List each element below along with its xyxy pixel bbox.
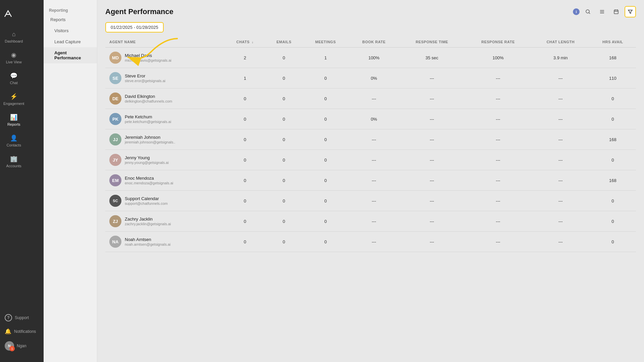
cell-book-rate: 100% [348,48,399,68]
cell-agent-name: DE David Elkington delkington@chatfunnel… [105,88,224,109]
cell-chats: 2 [224,48,265,68]
cell-response-rate: --- [465,232,531,252]
search-icon [585,9,591,14]
nav-item-dashboard[interactable]: ⌂ Dashboard [0,27,28,47]
nav-item-chat[interactable]: 💬 Chat [0,68,28,89]
top-bar-actions: i [573,6,636,17]
agent-info: Steve Eror steve.eror@getsignals.ai [125,73,165,83]
table-row: EM Enoc Mendoza enoc.mendoza@getsignals.… [105,170,636,191]
user-label: Ngan [17,344,26,348]
nav-item-engagement[interactable]: ⚡ Engagement [0,89,28,110]
calendar-button[interactable] [610,6,622,17]
agent-info: David Elkington delkington@chatfunnels.c… [125,94,172,103]
info-badge: i [573,8,580,15]
app-logo[interactable] [0,4,16,27]
table-row: JJ Jeremiah Johnson jeremiah.johnson@get… [105,129,636,150]
cell-emails: 0 [265,68,302,88]
cell-response-rate: --- [465,170,531,191]
filter-button[interactable] [625,6,636,17]
table-row: SC Support Calendar support@chatfunnels.… [105,191,636,211]
table-row: ZJ Zachry Jacklin zachry.jacklin@getsign… [105,211,636,232]
filter-bar: 01/22/2025 - 01/28/2025 [97,21,644,37]
cell-emails: 0 [265,191,302,211]
cell-response-rate: --- [465,88,531,109]
cell-book-rate: 0% [348,109,399,129]
nav-item-user[interactable]: N 1 Ngan [0,338,41,354]
agent-avatar: ZJ [109,215,121,227]
user-avatar-wrap: N 1 [5,341,14,351]
sort-icon-chats: ↓ [252,40,254,44]
cell-chat-length: --- [532,109,590,129]
search-button[interactable] [582,6,594,17]
cell-book-rate: --- [348,150,399,170]
columns-button[interactable] [596,6,608,17]
svg-rect-5 [614,10,618,14]
cell-chat-length: --- [532,170,590,191]
nav-label-live-view: Live View [6,60,22,64]
secondary-nav-item-lead-capture[interactable]: Lead Capture [44,36,97,47]
cell-response-rate: --- [465,191,531,211]
agent-performance-table: AGENT NAME CHATS ↓ EMAILS MEETINGS BOOK … [105,37,636,252]
agent-info: Noah Arntsen noah.arntsen@getsignals.ai [125,237,171,246]
nav-item-reports[interactable]: 📊 Reports [0,110,28,130]
table-body: MD Michael Davis michael.davis@getsignal… [105,48,636,252]
cell-book-rate: --- [348,191,399,211]
cell-emails: 0 [265,232,302,252]
agent-email: jenny.young@getsignals.ai [125,161,169,165]
cell-response-time: --- [399,68,465,88]
agent-name: Support Calendar [125,196,168,201]
calendar-icon [613,9,619,14]
col-agent-name: AGENT NAME [105,37,224,48]
col-chats[interactable]: CHATS ↓ [224,37,265,48]
contacts-icon: 👤 [10,134,17,142]
nav-item-support[interactable]: ? Support [0,311,41,325]
nav-label-dashboard: Dashboard [5,39,23,43]
agent-name: Michael Davis [125,53,171,58]
columns-icon [599,9,605,14]
support-label: Support [15,315,29,320]
dashboard-icon: ⌂ [12,31,16,38]
cell-agent-name: ZJ Zachry Jacklin zachry.jacklin@getsign… [105,211,224,232]
col-chat-length: CHAT LENGTH [532,37,590,48]
engagement-icon: ⚡ [10,93,17,100]
agent-info: Zachry Jacklin zachry.jacklin@getsignals… [125,217,171,226]
cell-chat-length: --- [532,129,590,150]
cell-chat-length: 3.9 min [532,48,590,68]
nav-item-contacts[interactable]: 👤 Contacts [0,130,28,151]
agent-name: Steve Eror [125,73,165,78]
nav-item-live-view[interactable]: ◉ Live View [0,47,28,68]
secondary-nav: Reporting Reports Visitors Lead Capture … [44,0,97,362]
agent-avatar: SE [109,72,121,84]
cell-response-time: --- [399,232,465,252]
agent-info: Enoc Mendoza enoc.mendoza@getsignals.ai [125,176,173,185]
secondary-nav-item-reports[interactable]: Reports [44,14,97,25]
cell-response-rate: 100% [465,48,531,68]
cell-chats: 0 [224,150,265,170]
cell-book-rate: --- [348,232,399,252]
cell-meetings: 0 [303,88,349,109]
nav-item-notifications[interactable]: 🔔 Notifications [0,325,41,338]
col-emails: EMAILS [265,37,302,48]
cell-meetings: 0 [303,129,349,150]
cell-emails: 0 [265,170,302,191]
cell-meetings: 0 [303,211,349,232]
cell-meetings: 0 [303,170,349,191]
secondary-nav-section-label: Reporting [44,5,97,14]
cell-emails: 0 [265,109,302,129]
table-row: NA Noah Arntsen noah.arntsen@getsignals.… [105,232,636,252]
col-hrs-avail: HRS AVAIL [590,37,636,48]
agent-email: zachry.jacklin@getsignals.ai [125,222,171,226]
date-range-button[interactable]: 01/22/2025 - 01/28/2025 [105,22,164,33]
page-title: Agent Performance [105,7,173,16]
cell-emails: 0 [265,211,302,232]
secondary-nav-item-visitors[interactable]: Visitors [44,25,97,36]
nav-label-chat: Chat [10,81,18,85]
agent-name: David Elkington [125,94,172,99]
nav-item-accounts[interactable]: 🏢 Accounts [0,151,28,172]
icon-nav: ⌂ Dashboard ◉ Live View 💬 Chat ⚡ Engagem… [0,0,44,362]
cell-book-rate: 0% [348,68,399,88]
agent-name: Zachry Jacklin [125,217,171,222]
cell-chats: 0 [224,211,265,232]
cell-response-time: --- [399,88,465,109]
secondary-nav-item-agent-performance[interactable]: Agent Performance [44,47,97,63]
